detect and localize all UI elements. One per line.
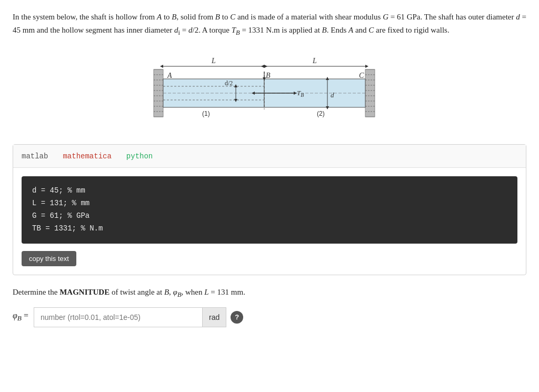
diagram-container: L L A B C d/2 TB: [13, 47, 526, 132]
svg-marker-32: [261, 65, 264, 68]
phi-label: φB =: [13, 311, 28, 323]
tab-mathematica[interactable]: mathematica: [63, 149, 111, 164]
determine-text: Determine the MAGNITUDE of twist angle a…: [13, 286, 526, 300]
answer-input[interactable]: [34, 307, 202, 327]
svg-marker-28: [160, 65, 163, 68]
svg-text:C: C: [359, 72, 364, 79]
svg-text:(2): (2): [317, 110, 325, 117]
svg-text:(1): (1): [202, 110, 210, 117]
copy-button[interactable]: copy this text: [22, 251, 76, 266]
svg-text:d/2: d/2: [225, 79, 233, 87]
tabs-header: matlab mathematica python: [13, 145, 526, 168]
code-line-4: TB = 1331; % N.m: [32, 223, 507, 235]
svg-marker-33: [365, 65, 368, 68]
problem-text: In the system below, the shaft is hollow…: [13, 11, 526, 38]
svg-rect-11: [365, 69, 375, 117]
svg-text:A: A: [167, 72, 172, 79]
svg-rect-0: [154, 69, 163, 117]
svg-marker-49: [326, 77, 329, 80]
tabs-panel: matlab mathematica python d = 45; % mm L…: [13, 144, 526, 275]
tab-python[interactable]: python: [126, 149, 153, 164]
svg-marker-50: [326, 106, 329, 109]
magnitude-bold: MAGNITUDE: [59, 288, 109, 296]
tab-matlab[interactable]: matlab: [22, 149, 48, 164]
code-line-1: d = 45; % mm: [32, 185, 507, 197]
code-line-2: L = 131; % mm: [32, 197, 507, 210]
svg-text:B: B: [266, 72, 271, 79]
code-line-3: G = 61; % GPa: [32, 210, 507, 223]
svg-text:L: L: [312, 57, 317, 65]
svg-text:L: L: [211, 57, 216, 65]
help-button[interactable]: ?: [231, 311, 243, 324]
shaft-svg: L L A B C d/2 TB: [122, 47, 417, 132]
svg-text:d: d: [331, 91, 334, 99]
shaft-diagram: L L A B C d/2 TB: [122, 47, 417, 132]
answer-row: φB = rad ?: [13, 307, 526, 327]
unit-label: rad: [202, 307, 226, 327]
code-block: d = 45; % mm L = 131; % mm G = 61; % GPa…: [22, 176, 517, 243]
